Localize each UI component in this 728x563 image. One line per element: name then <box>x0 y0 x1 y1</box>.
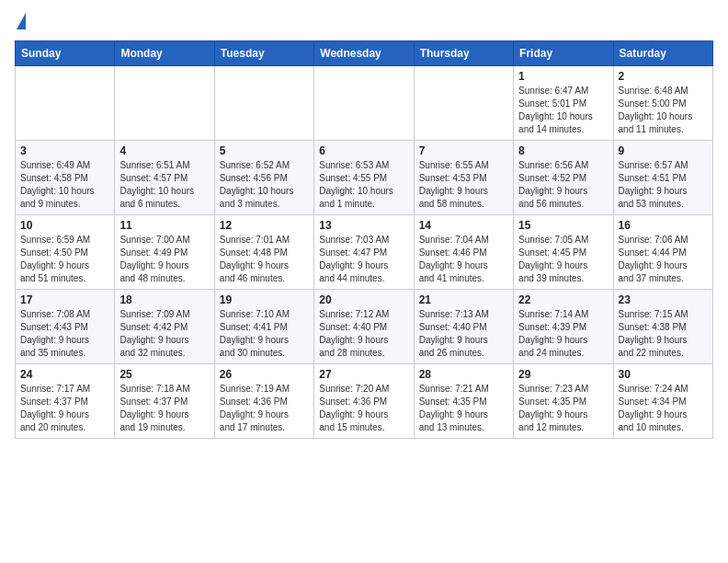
weekday-header-monday: Monday <box>115 41 214 66</box>
day-number: 17 <box>20 293 109 306</box>
day-info: Sunrise: 7:06 AM Sunset: 4:44 PM Dayligh… <box>619 234 708 285</box>
calendar-week-4: 17Sunrise: 7:08 AM Sunset: 4:43 PM Dayli… <box>16 290 713 364</box>
calendar-cell: 29Sunrise: 7:23 AM Sunset: 4:35 PM Dayli… <box>514 364 613 439</box>
calendar-cell <box>115 66 214 141</box>
calendar-cell: 20Sunrise: 7:12 AM Sunset: 4:40 PM Dayli… <box>314 290 414 364</box>
day-info: Sunrise: 7:04 AM Sunset: 4:46 PM Dayligh… <box>419 234 508 285</box>
day-info: Sunrise: 6:55 AM Sunset: 4:53 PM Dayligh… <box>419 159 508 211</box>
logo <box>15 15 26 29</box>
day-info: Sunrise: 6:49 AM Sunset: 4:58 PM Dayligh… <box>20 159 109 211</box>
calendar-cell: 5Sunrise: 6:52 AM Sunset: 4:56 PM Daylig… <box>214 141 313 215</box>
day-info: Sunrise: 6:51 AM Sunset: 4:57 PM Dayligh… <box>119 159 209 211</box>
day-info: Sunrise: 7:13 AM Sunset: 4:40 PM Dayligh… <box>419 308 508 360</box>
day-info: Sunrise: 7:01 AM Sunset: 4:48 PM Dayligh… <box>220 234 309 285</box>
day-number: 22 <box>518 293 608 306</box>
day-info: Sunrise: 7:18 AM Sunset: 4:37 PM Dayligh… <box>119 383 209 434</box>
calendar-cell: 26Sunrise: 7:19 AM Sunset: 4:36 PM Dayli… <box>214 364 313 439</box>
day-number: 14 <box>419 219 508 232</box>
calendar-table: SundayMondayTuesdayWednesdayThursdayFrid… <box>15 40 713 439</box>
weekday-header-thursday: Thursday <box>414 41 513 66</box>
day-number: 25 <box>119 368 209 381</box>
day-number: 4 <box>119 144 209 157</box>
weekday-header-wednesday: Wednesday <box>314 41 414 66</box>
day-number: 24 <box>20 368 109 381</box>
day-number: 27 <box>319 368 408 381</box>
day-info: Sunrise: 7:00 AM Sunset: 4:49 PM Dayligh… <box>119 234 209 285</box>
day-info: Sunrise: 6:53 AM Sunset: 4:55 PM Dayligh… <box>319 159 408 211</box>
day-info: Sunrise: 7:08 AM Sunset: 4:43 PM Dayligh… <box>20 308 109 360</box>
day-info: Sunrise: 7:03 AM Sunset: 4:47 PM Dayligh… <box>319 234 408 285</box>
day-info: Sunrise: 7:09 AM Sunset: 4:42 PM Dayligh… <box>119 308 209 360</box>
day-number: 8 <box>518 144 608 157</box>
calendar-cell: 16Sunrise: 7:06 AM Sunset: 4:44 PM Dayli… <box>613 215 712 290</box>
day-number: 9 <box>619 144 708 157</box>
calendar-body: 1Sunrise: 6:47 AM Sunset: 5:01 PM Daylig… <box>16 66 713 439</box>
day-number: 3 <box>20 144 109 157</box>
day-number: 21 <box>419 293 508 306</box>
logo-triangle-icon <box>17 13 26 29</box>
day-number: 29 <box>518 368 608 381</box>
day-info: Sunrise: 6:48 AM Sunset: 5:00 PM Dayligh… <box>619 85 708 136</box>
calendar-week-3: 10Sunrise: 6:59 AM Sunset: 4:50 PM Dayli… <box>16 215 713 290</box>
page-header <box>15 15 713 29</box>
day-info: Sunrise: 7:23 AM Sunset: 4:35 PM Dayligh… <box>518 383 608 434</box>
calendar-cell: 11Sunrise: 7:00 AM Sunset: 4:49 PM Dayli… <box>115 215 214 290</box>
calendar-cell <box>16 66 115 141</box>
day-info: Sunrise: 7:17 AM Sunset: 4:37 PM Dayligh… <box>20 383 109 434</box>
day-number: 18 <box>119 293 209 306</box>
calendar-cell: 8Sunrise: 6:56 AM Sunset: 4:52 PM Daylig… <box>514 141 613 215</box>
day-number: 7 <box>419 144 508 157</box>
calendar-cell: 25Sunrise: 7:18 AM Sunset: 4:37 PM Dayli… <box>115 364 214 439</box>
day-number: 23 <box>619 293 708 306</box>
calendar-cell <box>414 66 513 141</box>
day-number: 28 <box>419 368 508 381</box>
day-info: Sunrise: 7:10 AM Sunset: 4:41 PM Dayligh… <box>220 308 309 360</box>
day-number: 6 <box>319 144 408 157</box>
day-number: 12 <box>220 219 309 232</box>
day-number: 2 <box>619 70 708 83</box>
weekday-header-saturday: Saturday <box>613 41 712 66</box>
day-number: 19 <box>220 293 309 306</box>
weekday-header-sunday: Sunday <box>16 41 115 66</box>
calendar-cell: 14Sunrise: 7:04 AM Sunset: 4:46 PM Dayli… <box>414 215 513 290</box>
day-number: 1 <box>518 70 608 83</box>
day-number: 11 <box>119 219 209 232</box>
calendar-cell: 4Sunrise: 6:51 AM Sunset: 4:57 PM Daylig… <box>115 141 214 215</box>
day-info: Sunrise: 6:56 AM Sunset: 4:52 PM Dayligh… <box>518 159 608 211</box>
weekday-header-tuesday: Tuesday <box>214 41 313 66</box>
calendar-cell: 1Sunrise: 6:47 AM Sunset: 5:01 PM Daylig… <box>514 66 613 141</box>
calendar-cell: 22Sunrise: 7:14 AM Sunset: 4:39 PM Dayli… <box>514 290 613 364</box>
calendar-cell: 9Sunrise: 6:57 AM Sunset: 4:51 PM Daylig… <box>613 141 712 215</box>
calendar-cell: 17Sunrise: 7:08 AM Sunset: 4:43 PM Dayli… <box>16 290 115 364</box>
calendar-cell: 30Sunrise: 7:24 AM Sunset: 4:34 PM Dayli… <box>613 364 712 439</box>
day-info: Sunrise: 7:19 AM Sunset: 4:36 PM Dayligh… <box>220 383 309 434</box>
calendar-cell: 2Sunrise: 6:48 AM Sunset: 5:00 PM Daylig… <box>613 66 712 141</box>
calendar-cell: 6Sunrise: 6:53 AM Sunset: 4:55 PM Daylig… <box>314 141 414 215</box>
calendar-cell: 18Sunrise: 7:09 AM Sunset: 4:42 PM Dayli… <box>115 290 214 364</box>
day-number: 26 <box>220 368 309 381</box>
day-number: 10 <box>20 219 109 232</box>
day-info: Sunrise: 7:15 AM Sunset: 4:38 PM Dayligh… <box>619 308 708 360</box>
calendar-cell: 12Sunrise: 7:01 AM Sunset: 4:48 PM Dayli… <box>214 215 313 290</box>
calendar-week-2: 3Sunrise: 6:49 AM Sunset: 4:58 PM Daylig… <box>16 141 713 215</box>
calendar-cell: 28Sunrise: 7:21 AM Sunset: 4:35 PM Dayli… <box>414 364 513 439</box>
calendar-cell: 13Sunrise: 7:03 AM Sunset: 4:47 PM Dayli… <box>314 215 414 290</box>
day-info: Sunrise: 7:12 AM Sunset: 4:40 PM Dayligh… <box>319 308 408 360</box>
day-number: 13 <box>319 219 408 232</box>
day-number: 5 <box>220 144 309 157</box>
calendar-week-5: 24Sunrise: 7:17 AM Sunset: 4:37 PM Dayli… <box>16 364 713 439</box>
day-info: Sunrise: 6:47 AM Sunset: 5:01 PM Dayligh… <box>518 85 608 136</box>
day-info: Sunrise: 6:59 AM Sunset: 4:50 PM Dayligh… <box>20 234 109 285</box>
day-number: 16 <box>619 219 708 232</box>
day-info: Sunrise: 7:24 AM Sunset: 4:34 PM Dayligh… <box>619 383 708 434</box>
calendar-cell: 27Sunrise: 7:20 AM Sunset: 4:36 PM Dayli… <box>314 364 414 439</box>
calendar-cell: 3Sunrise: 6:49 AM Sunset: 4:58 PM Daylig… <box>16 141 115 215</box>
calendar-cell: 15Sunrise: 7:05 AM Sunset: 4:45 PM Dayli… <box>514 215 613 290</box>
day-info: Sunrise: 7:20 AM Sunset: 4:36 PM Dayligh… <box>319 383 408 434</box>
calendar-cell: 10Sunrise: 6:59 AM Sunset: 4:50 PM Dayli… <box>16 215 115 290</box>
calendar-cell <box>314 66 414 141</box>
calendar-cell: 21Sunrise: 7:13 AM Sunset: 4:40 PM Dayli… <box>414 290 513 364</box>
day-info: Sunrise: 7:05 AM Sunset: 4:45 PM Dayligh… <box>518 234 608 285</box>
day-info: Sunrise: 7:14 AM Sunset: 4:39 PM Dayligh… <box>518 308 608 360</box>
day-number: 20 <box>319 293 408 306</box>
